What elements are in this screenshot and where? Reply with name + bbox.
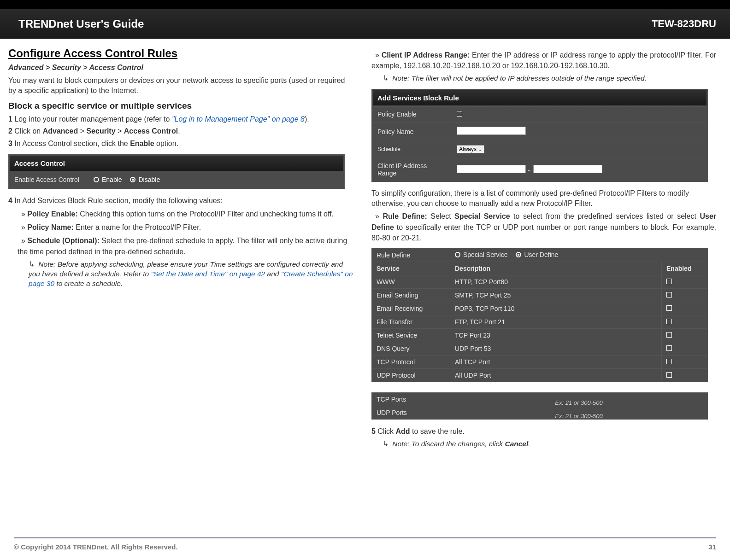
ip-range-note: ↳ Note: The filter will not be applied t… [383,74,716,83]
service-description: POP3, TCP Port 110 [450,302,662,315]
model-number: TEW-823DRU [652,18,716,30]
client-ip-block: » Client IP Address Range: Enter the IP … [371,50,716,83]
enable-radio[interactable]: Enable [94,176,122,183]
service-description: All TCP Port [450,356,662,369]
step-5: 5 Click Add to save the rule. [371,426,716,437]
panel-header: Access Control [10,156,343,171]
access-control-panel: Access Control Enable Access Control Ena… [8,154,345,189]
page-header: TRENDnet User's Guide TEW-823DRU [0,0,730,39]
user-define-radio[interactable]: User Define [516,251,558,258]
simplify-text: To simplify configuration, there is a li… [371,188,716,208]
page-content: Configure Access Control Rules Advanced … [0,39,730,455]
table-row: UDP ProtocolAll UDP Port [372,369,708,382]
right-column: » Client IP Address Range: Enter the IP … [371,47,716,455]
service-name: TCP Protocol [372,356,450,369]
step-5-block: 5 Click Add to save the rule. ↳ Note: To… [371,426,716,449]
table-row: WWWHTTP, TCP Port80 [372,275,708,289]
service-name: Email Receiving [372,302,450,315]
tcp-ports-input[interactable]: Ex: 21 or 300-500 [450,393,708,406]
service-enabled-checkbox[interactable] [666,359,672,364]
policy-name-input[interactable] [457,127,526,135]
client-ip-item: » Client IP Address Range: Enter the IP … [371,50,716,71]
panel-header: Add Services Block Rule [373,90,706,105]
intro-text: You may want to block computers or devic… [8,76,353,95]
section-heading: Configure Access Control Rules [8,47,353,60]
service-name: WWW [372,275,450,289]
service-description: SMTP, TCP Port 25 [450,289,662,302]
service-enabled-checkbox[interactable] [666,292,672,298]
table-row: DNS QueryUDP Port 53 [372,342,708,356]
step-3: 3 In Access Control section, click the E… [8,138,353,149]
radio-dot-icon [130,177,135,182]
steps-list: 1 Log into your router management page (… [8,114,353,149]
table-row: Email ReceivingPOP3, TCP Port 110 [372,302,708,315]
login-page-link[interactable]: "Log in to Management Page" on page 8 [172,115,305,123]
step-2: 2 Click on Advanced > Security > Access … [8,126,353,136]
service-name: File Transfer [372,315,450,329]
service-enabled-checkbox[interactable] [666,319,672,324]
radio-dot-icon [94,177,99,182]
table-row: TCP ProtocolAll TCP Port [372,356,708,369]
policy-name-item: » Policy Name: Enter a name for the Prot… [18,222,353,233]
schedule-item: » Schedule (Optional): Select the pre-de… [18,235,353,257]
copyright-text: © Copyright 2014 TRENDnet. All Rights Re… [14,543,178,551]
schedule-note: ↳ Note: Before applying scheduling, plea… [29,260,353,289]
table-row: Telnet ServiceTCP Port 23 [372,329,708,342]
service-name: DNS Query [372,342,450,356]
service-description: TCP Port 23 [450,329,662,342]
ports-table: TCP PortsEx: 21 or 300-500 UDP PortsEx: … [371,392,708,420]
footer-divider [14,537,716,538]
subsection-heading: Block a specific service or multiple ser… [8,101,353,111]
note-arrow-icon: ↳ [29,260,35,268]
date-time-link[interactable]: "Set the Date and Time" on page 42 [151,270,265,278]
service-enabled-checkbox[interactable] [666,345,672,351]
radio-dot-icon [516,252,521,257]
add-services-block-panel: Add Services Block Rule Policy Enable Po… [371,89,708,182]
rule-define-radios: Special Service User Define [450,248,708,262]
page-footer: © Copyright 2014 TRENDnet. All Rights Re… [0,537,730,551]
service-description: UDP Port 53 [450,342,662,356]
rule-define-item: » Rule Define: Select Special Service to… [371,211,716,243]
left-column: Configure Access Control Rules Advanced … [8,47,353,455]
service-name: Email Sending [372,289,450,302]
chevron-down-icon: ⌄ [478,147,482,152]
ip-range-end-input[interactable] [533,165,602,173]
service-description: FTP, TCP Port 21 [450,315,662,329]
service-enabled-checkbox[interactable] [666,305,672,311]
note-arrow-icon: ↳ [383,74,389,82]
step-4-block: 4 In Add Services Block Rule section, mo… [8,195,353,289]
enable-controls: Enable Disable [89,172,343,187]
checkbox-icon [457,111,462,117]
policy-enable-checkbox[interactable] [452,106,706,122]
disable-radio[interactable]: Disable [130,176,160,183]
schedule-select[interactable]: Always⌄ [457,145,484,153]
special-service-radio[interactable]: Special Service [455,251,508,258]
table-row: Email SendingSMTP, TCP Port 25 [372,289,708,302]
services-table: Rule Define Special Service User Define … [371,248,708,382]
step-1: 1 Log into your router management page (… [8,114,353,124]
udp-ports-input[interactable]: Ex: 21 or 300-500 [450,406,708,420]
rule-define-block: » Rule Define: Select Special Service to… [371,211,716,243]
page-number: 31 [708,543,716,551]
service-name: UDP Protocol [372,369,450,382]
table-row: File TransferFTP, TCP Port 21 [372,315,708,329]
ip-range-start-input[interactable] [457,165,526,173]
guide-title: TRENDnet User's Guide [18,18,144,30]
service-description: All UDP Port [450,369,662,382]
note-arrow-icon: ↳ [383,440,389,448]
service-enabled-checkbox[interactable] [666,372,672,378]
enable-label: Enable Access Control [10,172,88,187]
radio-dot-icon [455,252,460,257]
cancel-note: ↳ Note: To discard the changes, click Ca… [383,439,716,449]
service-enabled-checkbox[interactable] [666,332,672,338]
step-4: 4 In Add Services Block Rule section, mo… [8,195,353,206]
service-description: HTTP, TCP Port80 [450,275,662,289]
breadcrumb: Advanced > Security > Access Control [8,64,353,72]
service-name: Telnet Service [372,329,450,342]
policy-enable-item: » Policy Enable: Checking this option tu… [18,209,353,219]
service-enabled-checkbox[interactable] [666,279,672,284]
